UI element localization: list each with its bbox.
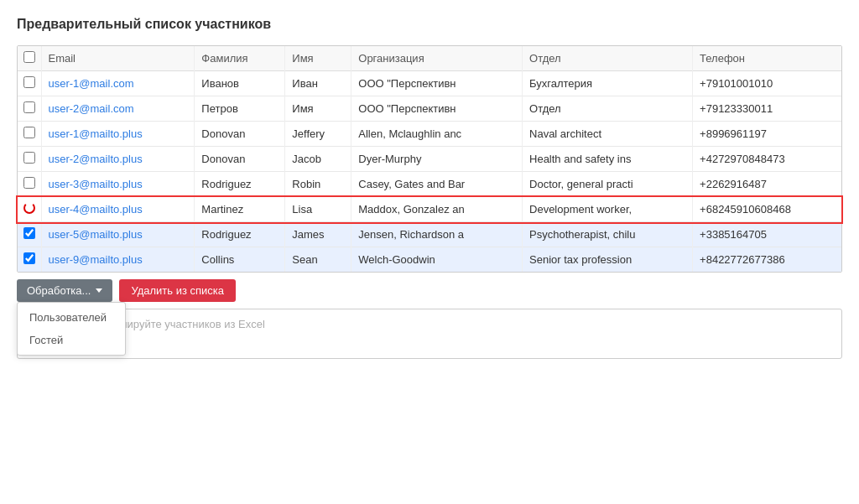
cell-lastname: Donovan	[195, 147, 285, 172]
table-row: user-9@mailto.plusCollinsSeanWelch-Goodw…	[18, 247, 841, 273]
cell-email: user-5@mailto.plus	[41, 222, 195, 247]
table-header-row: Email Фамилия Имя Организация Отдел Теле…	[18, 46, 841, 71]
header-checkbox-col	[18, 46, 41, 71]
dropdown-item-guests[interactable]: Гостей	[18, 329, 125, 351]
table-row: user-2@mail.comПетровИмяООО "Перспективн…	[18, 96, 841, 122]
cell-firstname: James	[285, 222, 351, 247]
cell-dept: Development worker,	[523, 197, 693, 222]
cell-firstname: Lisa	[285, 197, 351, 222]
actions-row: Обработка... Пользователей Гостей Удалит…	[17, 279, 842, 302]
cell-email: user-2@mail.com	[41, 96, 195, 122]
header-org: Организация	[351, 46, 523, 71]
cell-phone: +79101001010	[693, 71, 841, 96]
dropdown-item-users[interactable]: Пользователей	[18, 306, 125, 329]
table-row: user-4@mailto.plusMartinezLisaMaddox, Go…	[18, 197, 841, 222]
checkbox-cell[interactable]	[18, 147, 41, 172]
cell-org: Casey, Gates and Bar	[351, 172, 523, 197]
cell-firstname: Jacob	[285, 147, 351, 172]
checkbox-cell[interactable]	[18, 222, 41, 247]
header-phone: Телефон	[693, 46, 841, 71]
cell-phone: +8422772677386	[693, 247, 841, 273]
table-row: user-1@mail.comИвановИванООО "Перспектив…	[18, 71, 841, 96]
spinner-icon	[23, 202, 35, 214]
cell-email: user-1@mailto.plus	[41, 122, 195, 147]
cell-email: user-9@mailto.plus	[41, 247, 195, 273]
checkbox-cell[interactable]	[18, 96, 41, 122]
cell-org: Maddox, Gonzalez an	[351, 197, 523, 222]
cell-dept: Бухгалтерия	[523, 71, 693, 96]
row-checkbox[interactable]	[23, 177, 35, 189]
cell-firstname: Имя	[285, 96, 351, 122]
cell-org: Dyer-Murphy	[351, 147, 523, 172]
cell-phone: +79123330011	[693, 96, 841, 122]
select-all-checkbox[interactable]	[23, 51, 35, 63]
cell-email: user-4@mailto.plus	[41, 197, 195, 222]
header-dept: Отдел	[523, 46, 693, 71]
cell-phone: +2262916487	[693, 172, 841, 197]
cell-org: Welch-Goodwin	[351, 247, 523, 273]
cell-firstname: Иван	[285, 71, 351, 96]
participants-table-container: Email Фамилия Имя Организация Отдел Теле…	[17, 45, 842, 273]
participants-table: Email Фамилия Имя Организация Отдел Теле…	[18, 46, 841, 272]
cell-email: user-2@mailto.plus	[41, 147, 195, 172]
cell-lastname: Donovan	[195, 122, 285, 147]
cell-lastname: Martinez	[195, 197, 285, 222]
cell-org: ООО "Перспективн	[351, 71, 523, 96]
cell-phone: +4272970848473	[693, 147, 841, 172]
table-body: user-1@mail.comИвановИванООО "Перспектив…	[18, 71, 841, 273]
header-lastname: Фамилия	[195, 46, 285, 71]
checkbox-cell[interactable]	[18, 247, 41, 273]
cell-dept: Отдел	[523, 96, 693, 122]
cell-firstname: Sean	[285, 247, 351, 273]
add-participants-area[interactable]: у в строке или скопируйте участников из …	[17, 309, 842, 359]
row-checkbox[interactable]	[23, 152, 35, 164]
cell-dept: Health and safety ins	[523, 147, 693, 172]
header-firstname: Имя	[285, 46, 351, 71]
checkbox-cell[interactable]	[18, 71, 41, 96]
cell-lastname: Rodriguez	[195, 222, 285, 247]
page-title: Предварительный список участников	[17, 17, 842, 32]
row-checkbox[interactable]	[23, 101, 35, 113]
cell-phone: +8996961197	[693, 122, 841, 147]
cell-lastname: Петров	[195, 96, 285, 122]
checkbox-cell[interactable]	[18, 122, 41, 147]
processing-label: Обработка...	[27, 284, 91, 297]
row-checkbox[interactable]	[23, 227, 35, 239]
cell-firstname: Robin	[285, 172, 351, 197]
cell-lastname: Иванов	[195, 71, 285, 96]
row-checkbox[interactable]	[23, 252, 35, 264]
cell-phone: +3385164705	[693, 222, 841, 247]
table-row: user-1@mailto.plusDonovanJefferyAllen, M…	[18, 122, 841, 147]
cell-dept: Psychotherapist, chilu	[523, 222, 693, 247]
cell-lastname: Collins	[195, 247, 285, 273]
table-row: user-5@mailto.plusRodriguezJamesJensen, …	[18, 222, 841, 247]
checkbox-cell[interactable]	[18, 172, 41, 197]
cell-org: Allen, Mclaughlin anc	[351, 122, 523, 147]
spinner-cell	[18, 197, 41, 222]
row-checkbox[interactable]	[23, 127, 35, 138]
row-checkbox[interactable]	[23, 76, 35, 88]
processing-button[interactable]: Обработка...	[17, 279, 112, 302]
header-email: Email	[41, 46, 195, 71]
table-row: user-3@mailto.plusRodriguezRobinCasey, G…	[18, 172, 841, 197]
cell-firstname: Jeffery	[285, 122, 351, 147]
cell-dept: Doctor, general practi	[523, 172, 693, 197]
cell-org: Jensen, Richardson a	[351, 222, 523, 247]
cell-org: ООО "Перспективн	[351, 96, 523, 122]
cell-email: user-1@mail.com	[41, 71, 195, 96]
processing-dropdown-menu: Пользователей Гостей	[17, 302, 126, 356]
cell-phone: +68245910608468	[693, 197, 841, 222]
cell-dept: Senior tax profession	[523, 247, 693, 273]
cell-lastname: Rodriguez	[195, 172, 285, 197]
processing-dropdown-container: Обработка... Пользователей Гостей	[17, 279, 112, 302]
delete-button[interactable]: Удалить из списка	[119, 279, 236, 302]
caret-icon	[96, 288, 102, 293]
cell-email: user-3@mailto.plus	[41, 172, 195, 197]
table-row: user-2@mailto.plusDonovanJacobDyer-Murph…	[18, 147, 841, 172]
cell-dept: Naval architect	[523, 122, 693, 147]
